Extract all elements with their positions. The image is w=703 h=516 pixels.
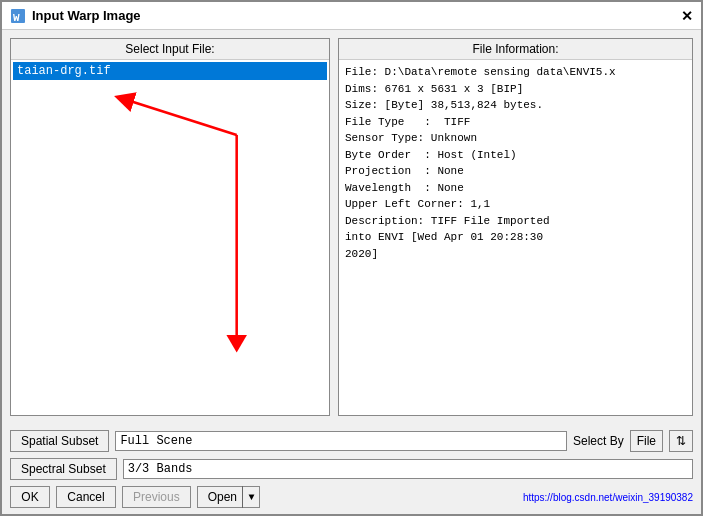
spectral-subset-button[interactable]: Spectral Subset bbox=[10, 458, 117, 480]
ok-button[interactable]: OK bbox=[10, 486, 50, 508]
window-title: Input Warp Image bbox=[32, 8, 675, 23]
main-content: Select Input File: taian-drg.tif bbox=[2, 30, 701, 424]
main-window: W Input Warp Image ✕ Select Input File: … bbox=[0, 0, 703, 516]
file-info: File: D:\Data\remote sensing data\ENVI5.… bbox=[339, 60, 692, 415]
action-buttons-row: OK Cancel Previous Open ▼ https://blog.c… bbox=[10, 486, 693, 508]
select-by-label: Select By bbox=[573, 434, 624, 448]
close-button[interactable]: ✕ bbox=[681, 8, 693, 24]
left-panel: Select Input File: taian-drg.tif bbox=[10, 38, 330, 416]
spatial-subset-button[interactable]: Spatial Subset bbox=[10, 430, 109, 452]
watermark: https://blog.csdn.net/weixin_39190382 bbox=[523, 492, 693, 503]
spectral-subset-value[interactable] bbox=[123, 459, 693, 479]
bottom-section: Spatial Subset Select By File ⇅ Spectral… bbox=[2, 424, 701, 514]
svg-text:W: W bbox=[13, 12, 20, 24]
annotation-arrow bbox=[11, 60, 329, 415]
spectral-subset-row: Spectral Subset bbox=[10, 458, 693, 480]
title-bar: W Input Warp Image ✕ bbox=[2, 2, 701, 30]
left-panel-title: Select Input File: bbox=[11, 39, 329, 60]
right-panel-title: File Information: bbox=[339, 39, 692, 60]
spatial-subset-value[interactable] bbox=[115, 431, 567, 451]
file-list[interactable]: taian-drg.tif bbox=[11, 60, 329, 415]
file-item[interactable]: taian-drg.tif bbox=[13, 62, 327, 80]
right-panel: File Information: File: D:\Data\remote s… bbox=[338, 38, 693, 416]
select-by-button[interactable]: File bbox=[630, 430, 663, 452]
sort-button[interactable]: ⇅ bbox=[669, 430, 693, 452]
open-button-wrapper: Open ▼ bbox=[197, 486, 260, 508]
spatial-subset-row: Spatial Subset Select By File ⇅ bbox=[10, 430, 693, 452]
previous-button[interactable]: Previous bbox=[122, 486, 191, 508]
window-icon: W bbox=[10, 8, 26, 24]
open-dropdown-arrow[interactable]: ▼ bbox=[242, 486, 260, 508]
svg-line-3 bbox=[124, 99, 237, 135]
cancel-button[interactable]: Cancel bbox=[56, 486, 116, 508]
svg-marker-5 bbox=[226, 335, 247, 352]
